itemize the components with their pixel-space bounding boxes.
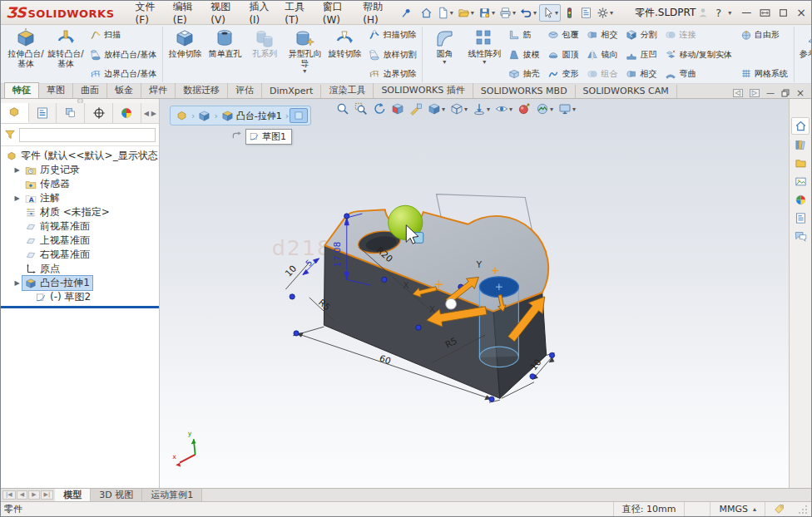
tree-item-4[interactable]: 材质 <未指定> bbox=[1, 205, 159, 219]
tree-expand-arrow[interactable]: ▶ bbox=[12, 279, 22, 287]
ribbon-mirror-button[interactable]: 镜向 bbox=[584, 49, 620, 61]
sphere-handle[interactable] bbox=[446, 298, 457, 309]
panel-tab-dimxpert-manager[interactable] bbox=[85, 103, 113, 123]
hide-show-items-button[interactable]: ▾ bbox=[471, 101, 492, 117]
ribbon-intersect-button[interactable]: 相交 bbox=[623, 68, 659, 80]
tree-item-7[interactable]: 右视基准面 bbox=[1, 248, 159, 262]
tree-item-label-wrap[interactable]: (-) 草图2 bbox=[32, 289, 94, 305]
rollback-bar[interactable] bbox=[1, 306, 159, 308]
ribbon-cut-loft-button[interactable]: 放样切割 bbox=[366, 49, 418, 61]
ribbon-intersect-button[interactable]: 相交 bbox=[584, 29, 620, 41]
ribbon-rib-button[interactable]: 筋 bbox=[506, 29, 542, 41]
breadcrumb-part[interactable] bbox=[173, 109, 191, 123]
panel-tab-configuration-manager[interactable] bbox=[57, 103, 85, 123]
new-document-dropdown-icon[interactable]: ▾ bbox=[450, 9, 453, 17]
view-orientation-button[interactable]: ▾ bbox=[426, 101, 447, 117]
display-style-button[interactable]: ▾ bbox=[448, 101, 469, 117]
print-dropdown-icon[interactable]: ▾ bbox=[512, 9, 516, 17]
close-button[interactable]: × bbox=[796, 7, 806, 18]
doc-close-button[interactable]: × bbox=[796, 88, 805, 98]
panel-tab-scroll-left[interactable]: ◀ bbox=[144, 110, 149, 117]
zoom-fit-button[interactable] bbox=[334, 101, 351, 117]
ribbon-tab-9[interactable]: SOLIDWORKS 插件 bbox=[374, 83, 473, 98]
help-button[interactable]: ? bbox=[715, 7, 721, 19]
home-button[interactable] bbox=[418, 5, 434, 21]
tree-item-3[interactable]: ▶A注解 bbox=[1, 191, 159, 205]
model-hole-selected[interactable] bbox=[479, 277, 518, 297]
unit-system-selector[interactable]: MMGS▴ bbox=[710, 502, 765, 516]
ribbon-cut-extrude-button[interactable]: 拉伸切除 bbox=[165, 27, 205, 82]
tree-expand-arrow[interactable]: ▶ bbox=[12, 166, 22, 174]
visibility-button[interactable]: ▾ bbox=[493, 101, 514, 117]
ribbon-boss-extrude-button[interactable]: 拉伸凸台/基体 bbox=[6, 27, 46, 82]
dynamic-annotations-button[interactable] bbox=[408, 101, 424, 117]
tree-item-2[interactable]: 传感器 bbox=[1, 177, 159, 191]
ribbon-cut-boundary-button[interactable]: 边界切除 bbox=[366, 68, 418, 80]
ribbon-shell-button[interactable]: 抽壳 bbox=[506, 68, 542, 80]
select-button[interactable]: ▾ bbox=[539, 4, 561, 22]
apply-scene-dropdown-icon[interactable]: ▾ bbox=[550, 106, 553, 113]
display-style-dropdown-icon[interactable]: ▾ bbox=[464, 106, 468, 113]
taskpane-home-button[interactable] bbox=[791, 117, 810, 135]
tree-filter-input[interactable] bbox=[19, 128, 156, 142]
graphics-viewport[interactable]: d2188.com d2188.com bbox=[160, 99, 789, 488]
open-document-dropdown-icon[interactable]: ▾ bbox=[471, 9, 474, 17]
ribbon-tab-7[interactable]: DimXpert bbox=[262, 85, 321, 98]
rebuild-button[interactable] bbox=[562, 5, 577, 21]
ribbon-dome-button[interactable]: 圆顶 bbox=[545, 49, 581, 61]
open-document-button[interactable]: ▾ bbox=[456, 5, 476, 21]
taskpane-design-library-button[interactable] bbox=[792, 137, 809, 153]
view-orientation-dropdown-icon[interactable]: ▾ bbox=[442, 106, 445, 113]
tab-scroll-next[interactable]: ▶ bbox=[28, 490, 39, 500]
ribbon-indent-button[interactable]: 压凹 bbox=[623, 49, 659, 61]
section-view-button[interactable] bbox=[389, 101, 406, 117]
tree-item-10[interactable]: (-) 草图2 bbox=[1, 290, 159, 304]
bottom-tab-2[interactable]: 运动算例1 bbox=[142, 489, 202, 501]
ribbon-deform-button[interactable]: 变形 bbox=[545, 68, 581, 80]
apply-scene-button[interactable]: ▾ bbox=[534, 101, 555, 117]
status-tag-button[interactable] bbox=[765, 502, 793, 516]
taskpane-view-palette-button[interactable] bbox=[792, 174, 809, 190]
ribbon-pattern-button[interactable]: 线性阵列▾ bbox=[464, 27, 504, 82]
undo-button[interactable]: ▾ bbox=[518, 5, 538, 21]
next-document-button[interactable]: ▷ bbox=[750, 89, 760, 97]
ribbon-boundary-button[interactable]: 边界凸台/基体 bbox=[87, 68, 159, 80]
zoom-area-button[interactable] bbox=[353, 101, 369, 117]
filter-funnel-icon[interactable] bbox=[4, 129, 16, 140]
print-button[interactable]: ▾ bbox=[498, 5, 517, 21]
minimize-button[interactable]: — bbox=[741, 7, 751, 17]
ribbon-dropdown-icon[interactable]: ▾ bbox=[483, 59, 486, 65]
ribbon-tab-5[interactable]: 数据迁移 bbox=[176, 83, 228, 98]
pin-icon[interactable] bbox=[401, 7, 412, 18]
previous-document-button[interactable]: ◁ bbox=[733, 89, 743, 97]
ribbon-tab-8[interactable]: 渲染工具 bbox=[321, 83, 374, 98]
save-button[interactable]: ▾ bbox=[477, 5, 497, 21]
resize-grip[interactable] bbox=[798, 505, 808, 515]
visibility-dropdown-icon[interactable]: ▾ bbox=[509, 106, 512, 113]
undo-dropdown-icon[interactable]: ▾ bbox=[533, 9, 537, 17]
ribbon-tab-11[interactable]: SOLIDWORKS CAM bbox=[576, 85, 677, 98]
tab-scroll-prev[interactable]: ◀ bbox=[17, 490, 27, 500]
scene-svg[interactable]: d2188.com d2188.com bbox=[160, 99, 789, 488]
bottom-tab-0[interactable]: 模型 bbox=[55, 489, 91, 501]
tab-scroll-last[interactable]: ▶| bbox=[41, 490, 54, 500]
ribbon-dropdown-icon[interactable]: ▾ bbox=[443, 59, 446, 65]
taskpane-appearances-scenes-button[interactable] bbox=[792, 192, 809, 208]
breadcrumb[interactable]: › › 凸台-拉伸1 › bbox=[170, 106, 311, 126]
ribbon-cut-revolve-button[interactable]: 旋转切除 bbox=[324, 27, 364, 82]
ribbon-dropdown-icon[interactable]: ▾ bbox=[303, 68, 306, 74]
user-icon[interactable] bbox=[697, 7, 709, 18]
ribbon-wrap-button[interactable]: 包覆 bbox=[545, 29, 581, 41]
ribbon-grid-system-button[interactable]: 网格系统 bbox=[738, 68, 790, 80]
panel-tab-feature-manager[interactable] bbox=[1, 103, 29, 123]
view-settings-dropdown-icon[interactable]: ▾ bbox=[572, 106, 576, 113]
tree-item-1[interactable]: ▶历史记录 bbox=[1, 163, 159, 177]
taskpane-solidworks-forum-button[interactable] bbox=[792, 229, 809, 244]
panel-tab-display-manager[interactable] bbox=[113, 103, 141, 123]
hide-show-items-dropdown-icon[interactable]: ▾ bbox=[487, 106, 490, 113]
ribbon-split-button[interactable]: 分割 bbox=[623, 29, 659, 41]
options-dropdown-icon[interactable]: ▾ bbox=[610, 9, 613, 17]
ribbon-loft-button[interactable]: 放样凸台/基体 bbox=[87, 49, 159, 61]
save-dropdown-icon[interactable]: ▾ bbox=[492, 9, 495, 17]
edit-appearance-button[interactable] bbox=[516, 101, 532, 117]
